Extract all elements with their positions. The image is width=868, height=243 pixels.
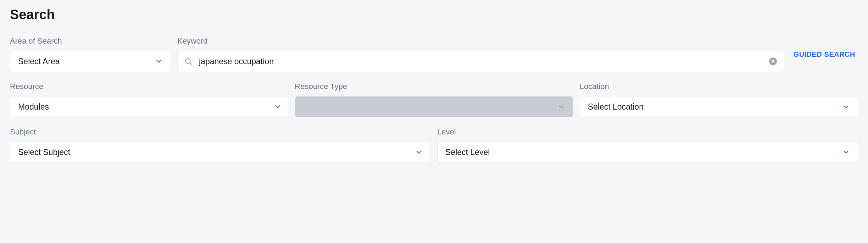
resource-type-field: Resource Type [295, 82, 573, 117]
search-icon [184, 57, 193, 66]
area-label: Area of Search [10, 37, 171, 46]
subject-field: Subject Select Subject [10, 127, 431, 163]
keyword-input[interactable] [199, 57, 762, 66]
chevron-down-icon [557, 103, 565, 111]
resource-field: Resource Modules [10, 82, 288, 117]
chevron-down-icon [842, 103, 850, 111]
subject-label: Subject [10, 127, 431, 137]
clear-icon[interactable] [768, 57, 778, 66]
keyword-input-wrap [177, 51, 784, 72]
resource-type-select [295, 96, 573, 117]
chevron-down-icon [274, 103, 282, 111]
resource-select[interactable]: Modules [10, 96, 288, 117]
divider [10, 173, 858, 173]
subject-select[interactable]: Select Subject [10, 142, 431, 163]
level-field: Level Select Level [437, 127, 858, 163]
location-select[interactable]: Select Location [580, 96, 858, 117]
page-title: Search [10, 7, 858, 22]
chevron-down-icon [415, 148, 423, 156]
search-row-3: Subject Select Subject Level Select Leve… [10, 127, 858, 163]
svg-point-0 [185, 59, 190, 63]
level-select-value: Select Level [445, 148, 490, 157]
search-row-1: Area of Search Select Area Keyword GUIDE… [10, 37, 858, 72]
resource-label: Resource [10, 82, 288, 91]
resource-select-arrow[interactable] [267, 96, 288, 117]
chevron-down-icon [155, 57, 163, 65]
subject-select-value: Select Subject [18, 148, 70, 157]
resource-type-label: Resource Type [295, 82, 573, 91]
area-select-value: Select Area [18, 57, 60, 66]
level-label: Level [437, 127, 858, 137]
location-select-value: Select Location [588, 102, 644, 112]
location-label: Location [580, 82, 858, 91]
area-field: Area of Search Select Area [10, 37, 171, 72]
search-row-2: Resource Modules Resource Type Location … [10, 82, 858, 117]
keyword-label: Keyword [177, 37, 784, 46]
resource-select-value: Modules [10, 96, 267, 117]
keyword-field: Keyword [177, 37, 784, 72]
level-select[interactable]: Select Level [437, 142, 858, 163]
location-field: Location Select Location [580, 82, 858, 117]
area-select[interactable]: Select Area [10, 51, 171, 72]
guided-search-link[interactable]: GUIDED SEARCH [791, 44, 858, 65]
chevron-down-icon [842, 148, 850, 156]
